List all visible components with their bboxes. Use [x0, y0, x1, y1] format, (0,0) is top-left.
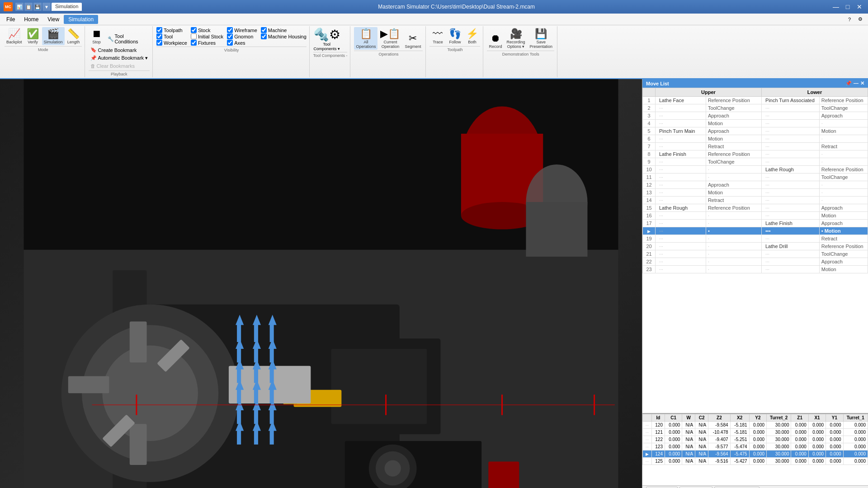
- move-list-row[interactable]: 20····Lathe DrillReference Position: [643, 243, 868, 250]
- ribbon-btn-both[interactable]: ⚡ Both: [464, 27, 480, 45]
- ribbon-btn-backplot[interactable]: 📈 Backplot: [5, 27, 24, 45]
- data-row[interactable]: ···1250.000N/AN/A-9.516-5.4270.00030.000…: [643, 458, 868, 465]
- data-cell-turret_2: 30.000: [767, 422, 791, 429]
- stock-checkbox[interactable]: [191, 27, 197, 33]
- move-list-row[interactable]: 4···Motion····: [643, 120, 868, 127]
- machine-housing-checkbox[interactable]: [261, 33, 267, 39]
- move-list-row[interactable]: ▶···••••• Motion: [643, 227, 868, 235]
- gnomon-checkbox[interactable]: [227, 33, 233, 39]
- data-row[interactable]: ···1230.000N/AN/A-9.577-5.4740.00030.000…: [643, 443, 868, 450]
- maximize-button[interactable]: □: [843, 2, 853, 12]
- move-list-row[interactable]: 15Lathe RoughReference Position···Approa…: [643, 204, 868, 212]
- close-button[interactable]: ✕: [854, 2, 864, 12]
- initial-stock-checkbox[interactable]: [191, 33, 197, 39]
- ribbon-btn-all-operations[interactable]: 📋 AllOperations: [354, 27, 377, 50]
- data-row[interactable]: ▶1240.000N/AN/A-9.564-5.4750.00030.0000.…: [643, 450, 868, 458]
- toolpath-checkbox[interactable]: [156, 27, 162, 33]
- menu-bar-icon-4[interactable]: ▼: [42, 3, 51, 11]
- data-cell-y2: 0.000: [749, 422, 766, 429]
- menu-view[interactable]: View: [43, 15, 64, 24]
- upper-move: ·: [706, 266, 761, 273]
- move-list-row[interactable]: 22·······Approach: [643, 258, 868, 266]
- machine-checkbox[interactable]: [261, 27, 267, 33]
- move-list-row[interactable]: 13···Motion····: [643, 189, 868, 197]
- ribbon-btn-auto-bookmark[interactable]: 📌 Automatic Bookmark ▾: [89, 54, 150, 62]
- data-row[interactable]: ···1220.000N/AN/A-9.407-5.2510.00030.000…: [643, 436, 868, 443]
- lower-operation: ···: [761, 150, 819, 158]
- move-list-row[interactable]: 5Pinch Turn MainApproach···Motion: [643, 127, 868, 135]
- menu-bar-icon-2[interactable]: 📋: [24, 3, 33, 11]
- move-list-row[interactable]: 23·······Motion: [643, 266, 868, 273]
- move-list-row[interactable]: 11·······ToolChange: [643, 174, 868, 181]
- menu-home[interactable]: Home: [19, 15, 43, 24]
- lower-move: • Motion: [819, 227, 868, 235]
- data-row[interactable]: ···1210.000N/AN/A-10.478-5.1810.00030.00…: [643, 429, 868, 436]
- menu-file[interactable]: File: [2, 15, 19, 24]
- col-row-num: [643, 88, 656, 97]
- upper-operation: Pinch Turn Main: [656, 127, 706, 135]
- tool-checkbox[interactable]: [156, 33, 162, 39]
- move-list-row[interactable]: 9···ToolChange····: [643, 158, 868, 166]
- workpiece-checkbox[interactable]: [156, 40, 162, 46]
- upper-operation: ···: [656, 135, 706, 143]
- ribbon-btn-segment[interactable]: ✂ Segment: [403, 32, 423, 50]
- move-list-row[interactable]: 2···ToolChange···ToolChange: [643, 104, 868, 112]
- move-list-row[interactable]: 8Lathe FinishReference Position····: [643, 150, 868, 158]
- fixtures-checkbox[interactable]: [191, 40, 197, 46]
- help-icon[interactable]: ?: [844, 15, 854, 23]
- move-list-row[interactable]: 17····Lathe FinishApproach: [643, 220, 868, 227]
- ribbon-btn-simulation[interactable]: 🎬 Simulation: [42, 27, 65, 45]
- ribbon-btn-stop[interactable]: ⏹ Stop: [89, 27, 105, 45]
- ribbon-btn-recording-options[interactable]: 🎥 RecordingOptions ▾: [505, 27, 527, 50]
- data-table-container[interactable]: IdC1WC2Z2X2Y2Turret_2Z1X1Y1Turret_1 ···1…: [642, 413, 868, 485]
- move-list-row[interactable]: 7···Retract···Retract: [643, 143, 868, 150]
- lower-operation: ···: [761, 235, 819, 243]
- move-list-row[interactable]: 14···Retract····: [643, 197, 868, 204]
- data-cell-id: 121: [652, 429, 665, 436]
- move-list-table-container[interactable]: Upper Lower 1Lathe FaceReference Positio…: [642, 88, 868, 413]
- lower-operation: ···: [761, 204, 819, 212]
- machine-visualization: Z: [0, 79, 642, 488]
- data-cell-z1: 0.000: [791, 450, 808, 458]
- menu-bar-icon-1[interactable]: 📊: [15, 3, 24, 11]
- data-cell-c1: 0.000: [665, 458, 682, 465]
- ribbon-btn-length[interactable]: 📏 Length: [66, 27, 82, 45]
- move-list-row[interactable]: 16·······Motion: [643, 212, 868, 220]
- 3d-viewport[interactable]: Z: [0, 79, 642, 488]
- move-list-close-button[interactable]: ✕: [860, 80, 864, 86]
- move-list-minimize-button[interactable]: —: [854, 80, 859, 86]
- axes-checkbox[interactable]: [227, 40, 233, 46]
- minimize-button[interactable]: —: [831, 2, 841, 12]
- data-col-w: W: [682, 414, 695, 422]
- lower-move: Approach: [819, 258, 868, 266]
- menu-simulation[interactable]: Simulation: [64, 15, 98, 24]
- ribbon-btn-tool-conditions[interactable]: 🔧 ToolConditions: [106, 33, 140, 45]
- wireframe-checkbox[interactable]: [227, 27, 233, 33]
- row-number: 7: [643, 143, 656, 150]
- move-list-row[interactable]: 3···Approach···Approach: [643, 112, 868, 120]
- menu-bar-icon-3[interactable]: 💾: [33, 3, 42, 11]
- lower-operation: ···: [761, 258, 819, 266]
- settings-icon[interactable]: ⚙: [854, 15, 866, 23]
- ribbon-btn-clear-bookmarks[interactable]: 🗑 Clear Bookmarks: [89, 62, 150, 70]
- move-list-row[interactable]: 10····Lathe RoughReference Position: [643, 166, 868, 174]
- data-cell-c1: 0.000: [665, 450, 682, 458]
- data-cell-z1: 0.000: [791, 436, 808, 443]
- ribbon-btn-current-operation[interactable]: ▶📋 CurrentOperation: [378, 27, 402, 50]
- move-list-pin-button[interactable]: 📌: [845, 80, 852, 86]
- ribbon-btn-record[interactable]: ⏺ Record: [487, 32, 504, 50]
- move-list-row[interactable]: 1Lathe FaceReference PositionPinch Turn …: [643, 97, 868, 104]
- move-list-row[interactable]: 19·······Retract: [643, 235, 868, 243]
- move-list-row[interactable]: 12···Approach····: [643, 181, 868, 189]
- ribbon-btn-trace[interactable]: 〰 Trace: [429, 27, 446, 45]
- ribbon-btn-tool-components[interactable]: 🔩⚙ ToolComponents ▾: [313, 27, 340, 51]
- data-row[interactable]: ···1200.000N/AN/A-9.584-5.1810.00030.000…: [643, 422, 868, 429]
- upper-move: Approach: [706, 127, 761, 135]
- upper-move: •: [706, 227, 761, 235]
- move-list-row[interactable]: 21·······ToolChange: [643, 250, 868, 258]
- ribbon-btn-create-bookmark[interactable]: 🔖 Create Bookmark: [89, 46, 150, 54]
- ribbon-btn-save-presentation[interactable]: 💾 SavePresentation: [528, 27, 555, 50]
- ribbon-btn-verify[interactable]: ✅ Verify: [25, 27, 41, 45]
- move-list-row[interactable]: 6···Motion····: [643, 135, 868, 143]
- ribbon-btn-follow[interactable]: 👣 Follow: [447, 27, 463, 45]
